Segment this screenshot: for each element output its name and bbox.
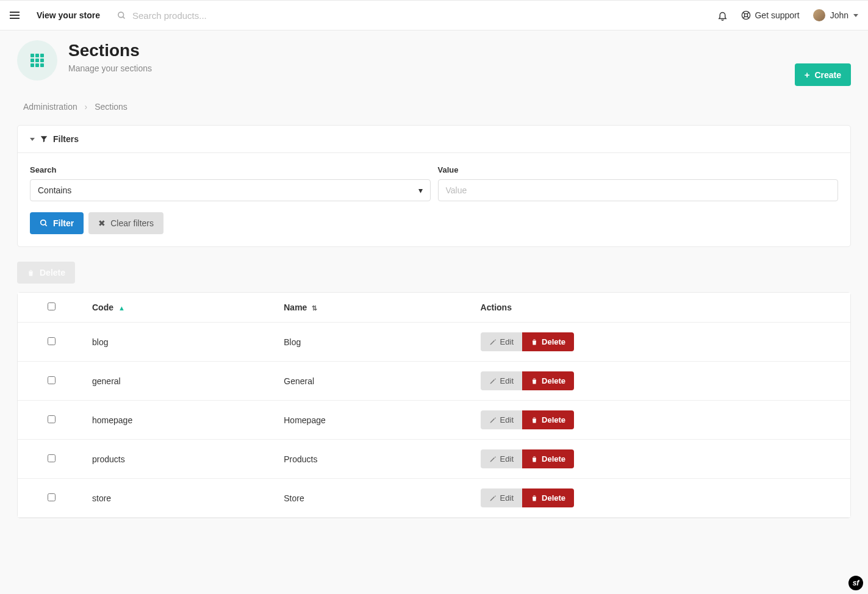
filter-button-label: Filter xyxy=(53,218,74,228)
search-type-value: Contains xyxy=(38,185,71,195)
row-checkbox[interactable] xyxy=(48,415,56,423)
create-label: Create xyxy=(814,70,841,80)
cell-name: Blog xyxy=(276,323,473,362)
delete-button[interactable]: Delete xyxy=(522,410,574,429)
trash-icon xyxy=(531,378,538,385)
user-name: John xyxy=(830,10,848,20)
search-type-select[interactable]: Contains ▾ xyxy=(30,179,431,201)
svg-point-0 xyxy=(118,12,124,17)
search-icon xyxy=(40,219,48,227)
edit-button[interactable]: Edit xyxy=(481,371,522,390)
delete-button[interactable]: Delete xyxy=(522,488,574,507)
pencil-icon xyxy=(489,378,497,385)
edit-label: Edit xyxy=(500,415,514,424)
svg-point-8 xyxy=(41,220,46,225)
delete-button[interactable]: Delete xyxy=(522,449,574,468)
trash-icon xyxy=(531,456,538,463)
cell-code: blog xyxy=(85,323,276,362)
create-button[interactable]: + Create xyxy=(795,63,851,86)
pencil-icon xyxy=(489,456,497,463)
view-store-link[interactable]: View your store xyxy=(37,10,100,20)
cell-code: products xyxy=(85,440,276,479)
bell-icon[interactable] xyxy=(717,10,728,21)
cell-name: Store xyxy=(276,479,473,518)
get-support-label: Get support xyxy=(755,10,799,20)
avatar xyxy=(813,9,825,21)
sort-asc-icon: ▲ xyxy=(118,304,125,312)
bulk-delete-label: Delete xyxy=(40,268,65,277)
filter-icon xyxy=(40,135,48,143)
chevron-right-icon: › xyxy=(85,102,88,112)
hamburger-icon[interactable] xyxy=(10,12,20,19)
svg-line-1 xyxy=(123,16,124,18)
cell-code: store xyxy=(85,479,276,518)
delete-label: Delete xyxy=(542,337,565,346)
breadcrumb-current: Sections xyxy=(95,102,127,112)
cell-code: homepage xyxy=(85,401,276,440)
delete-button[interactable]: Delete xyxy=(522,332,574,351)
edit-label: Edit xyxy=(500,337,514,346)
bulk-delete-button[interactable]: Delete xyxy=(17,262,75,284)
life-ring-icon xyxy=(741,10,751,20)
row-checkbox[interactable] xyxy=(48,454,56,462)
sort-icon: ⇅ xyxy=(312,304,317,312)
svg-line-5 xyxy=(747,12,749,14)
edit-label: Edit xyxy=(500,454,514,463)
cell-name: Homepage xyxy=(276,401,473,440)
select-arrow-icon: ▾ xyxy=(418,185,423,195)
trash-icon xyxy=(531,338,538,346)
user-dropdown[interactable]: John xyxy=(813,9,858,21)
filters-toggle[interactable]: Filters xyxy=(18,126,850,153)
grid-icon xyxy=(30,54,44,67)
page-title: Sections xyxy=(68,40,152,61)
svg-point-3 xyxy=(745,13,748,16)
delete-label: Delete xyxy=(542,493,565,503)
breadcrumb-administration[interactable]: Administration xyxy=(23,102,77,112)
select-all-checkbox[interactable] xyxy=(48,302,56,310)
plus-icon: + xyxy=(805,70,810,80)
row-checkbox[interactable] xyxy=(48,493,56,501)
value-input[interactable] xyxy=(438,179,839,201)
delete-label: Delete xyxy=(542,376,565,385)
svg-line-6 xyxy=(744,16,745,18)
table-row: storeStoreEditDelete xyxy=(18,479,850,518)
row-checkbox[interactable] xyxy=(48,376,56,384)
col-code-label: Code xyxy=(92,302,113,312)
caret-down-icon xyxy=(30,138,35,141)
svg-line-4 xyxy=(744,12,745,14)
pencil-icon xyxy=(489,417,497,424)
pencil-icon xyxy=(489,495,497,502)
table-row: homepageHomepageEditDelete xyxy=(18,401,850,440)
filters-header-label: Filters xyxy=(53,134,79,144)
pencil-icon xyxy=(489,338,497,346)
trash-icon xyxy=(27,269,35,277)
clear-filters-label: Clear filters xyxy=(110,218,154,228)
edit-button[interactable]: Edit xyxy=(481,488,522,507)
cell-name: General xyxy=(276,362,473,401)
value-label: Value xyxy=(438,165,839,174)
edit-button[interactable]: Edit xyxy=(481,332,522,351)
search-input[interactable] xyxy=(132,10,291,21)
col-name-header[interactable]: Name ⇅ xyxy=(276,293,473,323)
delete-button[interactable]: Delete xyxy=(522,371,574,390)
trash-icon xyxy=(531,417,538,424)
symfony-badge-icon[interactable]: sf xyxy=(848,576,863,590)
breadcrumb: Administration › Sections xyxy=(23,102,851,112)
col-name-label: Name xyxy=(284,302,307,312)
col-code-header[interactable]: Code ▲ xyxy=(85,293,276,323)
delete-label: Delete xyxy=(542,415,565,424)
col-actions-header: Actions xyxy=(473,293,850,323)
filter-button[interactable]: Filter xyxy=(30,212,84,234)
chevron-down-icon xyxy=(853,14,858,17)
edit-label: Edit xyxy=(500,493,514,503)
clear-filters-button[interactable]: ✖ Clear filters xyxy=(88,212,163,234)
edit-button[interactable]: Edit xyxy=(481,449,522,468)
edit-button[interactable]: Edit xyxy=(481,410,522,429)
delete-label: Delete xyxy=(542,454,565,463)
get-support-link[interactable]: Get support xyxy=(741,10,799,20)
table-row: blogBlogEditDelete xyxy=(18,323,850,362)
row-checkbox[interactable] xyxy=(48,337,56,345)
table-row: generalGeneralEditDelete xyxy=(18,362,850,401)
trash-icon xyxy=(531,495,538,502)
svg-line-9 xyxy=(45,224,47,226)
